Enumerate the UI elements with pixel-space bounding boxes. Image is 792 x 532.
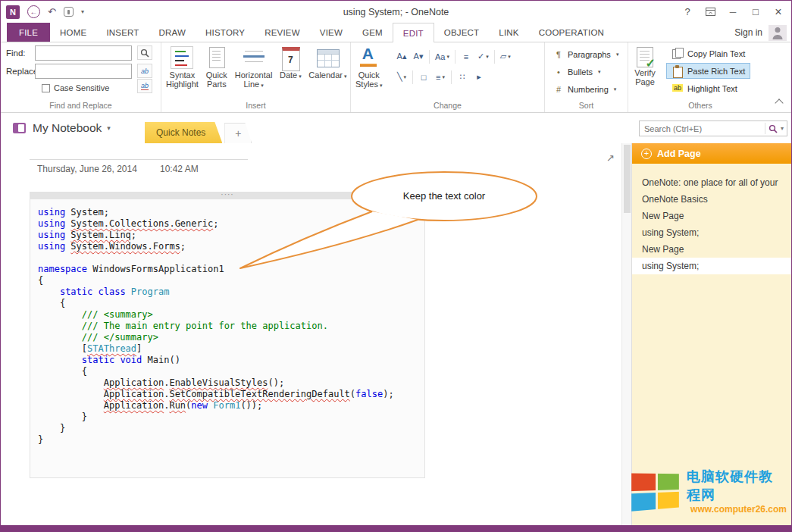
button-quick-parts[interactable]: QuickParts [202, 44, 232, 89]
ribbon-tab-edit[interactable]: EDIT [393, 23, 434, 42]
code-token: ; [213, 218, 218, 229]
code-token: EnableVisualStyles [169, 377, 268, 388]
replace-input[interactable] [35, 64, 132, 79]
help-icon[interactable] [676, 2, 699, 22]
page-list-item[interactable]: using System; [632, 258, 791, 274]
code-line: } [38, 423, 424, 434]
button-change-case[interactable]: Aa [432, 49, 452, 65]
find-input[interactable] [35, 45, 132, 61]
undo-icon[interactable] [48, 7, 56, 17]
button-bullets[interactable]: •Bullets [548, 64, 624, 80]
button-syntax-highlight[interactable]: SyntaxHighlight [163, 44, 202, 89]
search-input[interactable] [640, 124, 765, 133]
code-line: using System.Collections.Generic; [38, 218, 424, 230]
ribbon-tab-object[interactable]: OBJECT [434, 23, 490, 42]
add-page-label: Add Page [657, 149, 701, 159]
search-box[interactable] [639, 120, 787, 136]
code-token: using [38, 218, 65, 229]
customize-toolbar-caret-icon[interactable] [81, 8, 84, 15]
ribbon-tab-review[interactable]: REVIEW [255, 23, 310, 42]
code-token: System.Collections.Generic [70, 218, 213, 229]
ribbon-tab-link[interactable]: LINK [489, 23, 528, 42]
button-frame[interactable]: □ [415, 69, 432, 86]
ribbon: Find: Replace: Case Sensitive Find and R… [1, 42, 791, 113]
code-token [38, 321, 82, 331]
search-scope-caret-icon[interactable] [781, 125, 787, 132]
replace-button[interactable] [137, 64, 152, 78]
code-token: Program [131, 286, 170, 297]
page-list-item[interactable]: New Page [632, 241, 791, 258]
ribbon-tab-gem[interactable]: GEM [352, 23, 393, 42]
button-date[interactable]: Date [275, 44, 305, 81]
callout-text[interactable]: Keep the text color [361, 190, 527, 202]
ribbon-tab-insert[interactable]: INSERT [96, 23, 149, 42]
close-button[interactable] [767, 2, 790, 22]
sign-in[interactable]: Sign in [734, 23, 787, 42]
button-highlight-text[interactable]: Highlight Text [666, 80, 750, 96]
code-token: static [60, 286, 92, 297]
ribbon-display-options-icon[interactable] [699, 2, 722, 22]
button-label: Calendar [308, 70, 346, 81]
back-icon[interactable] [27, 5, 40, 18]
button-quick-styles[interactable]: QuickStyles [352, 44, 385, 90]
page-list-item[interactable]: OneNote Basics [632, 191, 791, 208]
button-eraser[interactable]: ▱ [497, 49, 514, 65]
onenote-logo-icon[interactable] [6, 5, 20, 19]
vertical-scrollbar[interactable] [621, 143, 631, 525]
button-copy-plain-text[interactable]: Copy Plain Text [666, 45, 750, 61]
ribbon-tab-cooperation[interactable]: COOPERATION [529, 23, 614, 42]
button-verify-page[interactable]: VerifyPage [630, 44, 660, 86]
collapse-ribbon-icon[interactable] [775, 99, 783, 107]
page-list-item[interactable]: using System; [632, 224, 791, 241]
replace-all-button[interactable] [137, 79, 152, 93]
checkbox-icon[interactable] [42, 84, 50, 92]
button-horizontal-line[interactable]: HorizontalLine [232, 44, 276, 90]
full-page-view-icon[interactable] [606, 152, 615, 164]
button-label: Page [635, 77, 655, 86]
ribbon-tab-file[interactable]: FILE [7, 23, 50, 42]
replace-all-icon [141, 82, 149, 90]
note-container[interactable]: using System;using System.Collections.Ge… [30, 192, 425, 478]
user-avatar-icon[interactable] [769, 25, 787, 41]
button-dots-grid[interactable]: ∷ [454, 69, 471, 86]
button-paragraphs[interactable]: ¶Paragraphs [548, 46, 624, 62]
button-pen[interactable]: ╲ [393, 69, 410, 86]
code-line: { [38, 298, 424, 309]
page-canvas[interactable]: Thursday, June 26, 2014 10:42 AM using S… [1, 143, 631, 525]
find-button[interactable] [137, 45, 152, 60]
ribbon-tab-home[interactable]: HOME [50, 23, 96, 42]
section-tab-quick-notes[interactable]: Quick Notes [145, 122, 222, 143]
insert-buttons: SyntaxHighlightQuickPartsHorizontalLineD… [163, 44, 350, 90]
ribbon-tab-view[interactable]: VIEW [310, 23, 352, 42]
highlight-text-icon [671, 83, 684, 95]
button-numbering[interactable]: #Numbering [548, 81, 624, 97]
code-token: } [38, 412, 87, 422]
search-icon[interactable] [765, 124, 781, 133]
button-label: Bullets [568, 67, 593, 77]
page-list-item[interactable]: New Page [632, 208, 791, 224]
button-grow-font[interactable]: A▴ [393, 49, 410, 65]
sort-buttons: ¶Paragraphs•Bullets#Numbering [548, 46, 624, 97]
code-token: STAThread [87, 343, 136, 354]
add-page-button[interactable]: Add Page [632, 143, 791, 164]
ribbon-tab-history[interactable]: HISTORY [196, 23, 255, 42]
button-insert-list[interactable]: ≡ [458, 49, 474, 65]
button-spell-check[interactable]: ✓ [474, 49, 492, 65]
button-calendar[interactable]: Calendar [305, 44, 349, 81]
notebook-dropdown[interactable]: My Notebook [33, 113, 111, 143]
page-list-item[interactable]: OneNote: one place for all of your [632, 174, 791, 191]
button-select-objects[interactable]: ▸ [471, 69, 487, 86]
case-sensitive-checkbox[interactable]: Case Sensitive [42, 83, 109, 92]
ribbon-tab-draw[interactable]: DRAW [149, 23, 196, 42]
button-label: Styles [355, 80, 382, 90]
button-paste-rich-text[interactable]: Paste Rich Text [666, 63, 750, 79]
add-section-tab[interactable]: + [224, 123, 252, 143]
button-list-settings[interactable]: ≡ [432, 69, 449, 86]
scrollbar-thumb[interactable] [624, 145, 631, 213]
touch-mode-icon[interactable] [64, 7, 74, 17]
button-shrink-font[interactable]: A▾ [410, 49, 427, 65]
maximize-button[interactable] [744, 2, 767, 22]
code-token: /// The main entry point for the applica… [82, 321, 328, 331]
minimize-button[interactable] [722, 2, 744, 22]
code-token [38, 332, 82, 343]
